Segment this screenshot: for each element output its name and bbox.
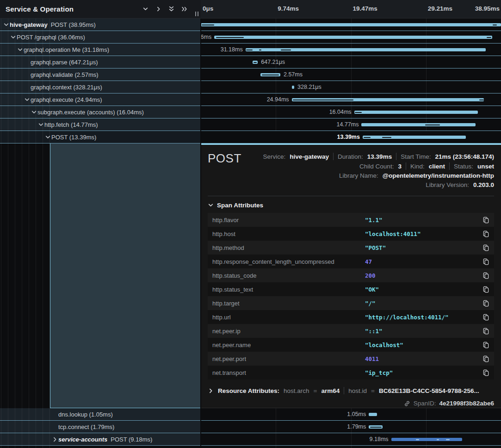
span-row[interactable]: subgraph.execute (accounts) (16.04ms)16.… <box>0 106 501 118</box>
span-duration-bar[interactable] <box>369 425 383 429</box>
meta-label: Library Name: <box>339 172 378 179</box>
span-duration-bar[interactable] <box>201 23 501 26</box>
detail-span-block <box>50 143 201 408</box>
span-row[interactable]: graphql.execute (24.94ms)24.94ms <box>0 93 501 106</box>
meta-value: 0.203.0 <box>473 181 494 188</box>
copy-icon[interactable] <box>482 272 489 279</box>
chevron-down-icon[interactable] <box>30 109 37 115</box>
detail-meta-line: Library Name:@opentelemetry/instrumentat… <box>339 172 494 179</box>
span-row[interactable]: service-accountsPOST (9.18ms)9.18ms <box>0 433 501 446</box>
double-chevron-down-icon[interactable] <box>168 6 174 12</box>
copy-icon[interactable] <box>482 300 489 307</box>
span-duration-bar[interactable] <box>292 86 294 89</box>
resize-grip[interactable] <box>195 12 198 16</box>
chevron-down-icon[interactable] <box>37 122 44 128</box>
axis-tick: 19.47ms <box>353 5 377 12</box>
attribute-value: 4011 <box>365 355 482 362</box>
copy-icon[interactable] <box>482 258 489 265</box>
chevron-down-icon[interactable] <box>23 97 31 103</box>
chevron-down-icon <box>208 202 214 208</box>
attribute-row: http.response_content_length_uncompresse… <box>208 255 494 268</box>
span-timeline-cell: 16.04ms <box>201 106 501 118</box>
attribute-key: http.method <box>212 244 365 251</box>
copy-icon[interactable] <box>482 230 489 237</box>
span-duration-bar[interactable] <box>246 48 486 51</box>
span-tree-cell: graphql.execute (24.94ms) <box>0 93 201 106</box>
span-row[interactable]: POST (13.39ms)13.39ms <box>0 131 501 143</box>
chevron-down-icon[interactable] <box>9 34 17 40</box>
span-timeline-cell <box>201 19 501 31</box>
span-duration-label: 9.18ms <box>370 436 389 442</box>
detail-title: POST <box>208 150 241 166</box>
header: Service & Operation 0μs9.74ms19.47ms29.2… <box>0 0 501 19</box>
span-row[interactable]: graphql.operation Me (31.18ms)31.18ms <box>0 44 501 56</box>
chevron-right-icon[interactable] <box>155 6 161 12</box>
span-duration-bar[interactable] <box>363 136 466 139</box>
span-timeline-cell: 647.21μs <box>201 56 501 68</box>
attribute-key: net.peer.name <box>212 342 365 348</box>
span-tree-cell: hive-gatewayPOST (38.95ms) <box>0 19 201 31</box>
attribute-row: net.peer.ip"::1" <box>208 324 494 338</box>
span-operation-name: POST (13.39ms) <box>51 134 96 141</box>
span-row[interactable]: hive-gatewayPOST (38.95ms) <box>0 19 501 31</box>
span-operation-name: subgraph.execute (accounts) (16.04ms) <box>37 109 144 116</box>
copy-icon[interactable] <box>482 328 489 335</box>
span-row[interactable]: http.fetch (14.77ms)14.77ms <box>0 118 501 131</box>
span-duration-bar[interactable] <box>214 36 492 39</box>
meta-value: 3 <box>398 163 402 170</box>
copy-icon[interactable] <box>482 342 489 348</box>
span-duration-bar[interactable] <box>369 413 377 416</box>
span-row[interactable]: graphql.context (328.21μs)328.21μs <box>0 81 501 93</box>
chevron-down-icon[interactable] <box>2 22 10 28</box>
span-tree-cell: http.fetch (14.77ms) <box>0 118 201 131</box>
span-timeline-cell: 328.21μs <box>201 81 501 93</box>
copy-icon[interactable] <box>482 314 489 321</box>
chevron-down-icon[interactable] <box>44 134 51 140</box>
copy-icon[interactable] <box>482 217 489 224</box>
span-duration-bar[interactable] <box>292 98 484 101</box>
span-operation-name: graphql.context (328.21μs) <box>31 84 102 91</box>
attribute-row: net.transport"ip_tcp" <box>208 366 494 380</box>
attribute-value: 200 <box>365 272 482 279</box>
meta-label: Child Count: <box>359 163 394 170</box>
attribute-row: http.host"localhost:4011" <box>208 227 494 241</box>
attribute-value: "localhost:4011" <box>365 230 482 237</box>
attribute-key: http.response_content_length_uncompresse… <box>212 258 365 265</box>
panel-divider[interactable] <box>200 0 201 448</box>
resource-equals: = <box>314 387 317 394</box>
resource-attributes-row[interactable]: Resource Attributes: host.arch=arm64host… <box>208 387 494 394</box>
span-row[interactable]: graphql.validate (2.57ms)2.57ms <box>0 68 501 81</box>
span-row[interactable]: dns.lookup (1.05ms)1.05ms <box>0 408 501 421</box>
attribute-value: "OK" <box>365 286 482 293</box>
span-row[interactable]: tcp.connect (1.79ms)1.79ms <box>0 421 501 433</box>
meta-value: 21ms (23:56:48.174) <box>435 153 494 160</box>
attribute-key: net.peer.port <box>212 355 365 362</box>
copy-icon[interactable] <box>482 355 489 362</box>
copy-icon[interactable] <box>482 286 489 293</box>
span-duration-bar[interactable] <box>253 61 258 64</box>
link-icon[interactable] <box>404 400 410 407</box>
copy-icon[interactable] <box>482 244 489 251</box>
chevron-down-icon[interactable] <box>142 6 148 12</box>
detail-meta: Service:hive-gatewayDuration:13.39msStar… <box>241 150 494 188</box>
attribute-key: net.transport <box>212 369 365 376</box>
span-duration-bar[interactable] <box>260 73 280 76</box>
meta-value: hive-gateway <box>290 153 329 160</box>
span-row[interactable]: POST /graphql (36.06ms)36.06ms <box>0 31 501 44</box>
meta-separator <box>449 162 450 170</box>
double-chevron-right-icon[interactable] <box>181 6 188 12</box>
span-tree-cell: graphql.context (328.21μs) <box>0 81 201 93</box>
meta-label: Library Version: <box>426 181 469 188</box>
detail-divider <box>208 196 494 196</box>
resource-attributes-items: host.arch=arm64host.id=BC62E13B-C4CC-585… <box>284 387 479 394</box>
chevron-right-icon[interactable] <box>51 436 58 442</box>
span-duration-label: 31.18ms <box>221 46 243 53</box>
copy-icon[interactable] <box>482 369 489 376</box>
span-duration-bar[interactable] <box>361 123 475 126</box>
chevron-down-icon[interactable] <box>16 47 24 53</box>
span-row[interactable]: graphql.parse (647.21μs)647.21μs <box>0 56 501 68</box>
span-attributes-header[interactable]: Span Attributes <box>208 202 494 209</box>
span-duration-bar[interactable] <box>354 111 478 114</box>
resource-value: BC62E13B-C4CC-5854-9788-256... <box>379 387 479 394</box>
span-duration-bar[interactable] <box>391 438 462 441</box>
